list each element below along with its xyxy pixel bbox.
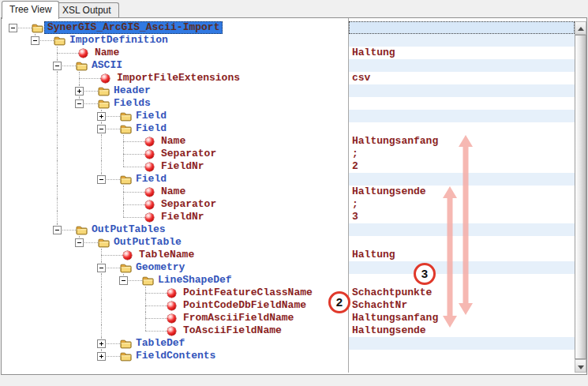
tree-row[interactable]: Name (2, 186, 348, 198)
value-cell-empty[interactable] (349, 122, 575, 135)
expand-toggle-minus[interactable] (75, 99, 84, 108)
value-cell[interactable]: Haltung (349, 249, 575, 261)
scrollbar-thumb[interactable] (575, 35, 586, 359)
tree-row[interactable]: LineShapeDef (2, 274, 348, 287)
tree-row[interactable]: FieldNr (2, 160, 348, 173)
tree-node-label[interactable]: Field (136, 174, 167, 185)
tree-row[interactable]: Field (2, 122, 348, 135)
tree-row[interactable]: Separator (2, 148, 348, 160)
tree-row[interactable]: FieldContents (2, 350, 348, 362)
value-cell[interactable]: Haltung (349, 47, 575, 59)
tree-row[interactable]: Geometry (2, 261, 348, 274)
value-cell-empty[interactable] (349, 261, 575, 274)
value-cell-empty[interactable] (349, 84, 575, 97)
tree-node-label[interactable]: TableName (139, 249, 194, 260)
tree-node-label[interactable]: ImportDefinition (69, 35, 168, 46)
expand-toggle-minus[interactable] (31, 36, 39, 45)
value-cell[interactable]: ; (349, 198, 575, 211)
expand-toggle-minus[interactable] (97, 175, 106, 184)
expand-toggle-minus[interactable] (75, 238, 84, 247)
tree-row[interactable]: ImportDefinition (2, 34, 348, 47)
tree-node-label[interactable]: LineShapeDef (158, 275, 232, 286)
tree-row[interactable]: Fields (2, 97, 348, 110)
tree-node-label[interactable]: ToAsciiFieldName (183, 325, 282, 336)
value-cell[interactable]: csv (349, 72, 575, 84)
tab-tree-view[interactable]: Tree View (2, 1, 59, 19)
tree-node-label[interactable]: ASCII (92, 60, 122, 71)
expand-toggle-minus[interactable] (9, 24, 17, 32)
value-cell-empty[interactable] (349, 21, 575, 34)
value-cell[interactable]: Schachtpunkte (349, 287, 575, 299)
value-cell[interactable]: Haltungsende (349, 324, 575, 337)
tree-row[interactable]: OutPutTables (2, 223, 348, 236)
expand-toggle-minus[interactable] (97, 125, 106, 133)
expand-toggle-plus[interactable] (97, 339, 106, 348)
value-cell[interactable]: ; (349, 148, 575, 160)
tree-node-label[interactable]: FromAsciiFieldName (183, 313, 294, 324)
expand-toggle-minus[interactable] (53, 226, 62, 234)
tree-node-label[interactable]: Field (136, 123, 167, 134)
tree-row[interactable]: Separator (2, 198, 348, 211)
tree-node-label[interactable]: TableDef (136, 338, 185, 349)
expand-toggle-plus[interactable] (97, 112, 106, 121)
tree-node-label[interactable]: SynerGIS_ArcGIS_Ascii-Import (44, 21, 223, 34)
tree-row[interactable]: Header (2, 84, 348, 97)
tree-row[interactable]: Name (2, 135, 348, 148)
value-cell-empty[interactable] (349, 350, 575, 362)
tree-row[interactable]: PointFeatureClassName (2, 287, 348, 299)
tree-row[interactable]: ToAsciiFieldName (2, 324, 348, 337)
value-cell-empty[interactable] (349, 274, 575, 287)
tree-row[interactable]: PointCodeDbFieldName (2, 299, 348, 312)
scroll-down-button[interactable] (575, 359, 586, 373)
value-cell[interactable]: 2 (349, 160, 575, 173)
tree-node-label[interactable]: Name (95, 47, 119, 58)
expand-toggle-plus[interactable] (97, 352, 106, 361)
value-cell-empty[interactable] (349, 34, 575, 47)
expand-toggle-minus[interactable] (53, 62, 62, 70)
tree-row[interactable]: TableDef (2, 337, 348, 350)
tree-node-label[interactable]: ImportFileExtensions (117, 73, 240, 84)
tree-node-label[interactable]: PointFeatureClassName (183, 287, 313, 298)
tree-row[interactable]: Field (2, 110, 348, 122)
vertical-scrollbar[interactable] (575, 21, 586, 373)
scroll-up-button[interactable] (575, 21, 586, 35)
value-cell[interactable]: Haltungsende (349, 186, 575, 198)
expand-toggle-plus[interactable] (75, 87, 84, 96)
tree-node-label[interactable]: Header (114, 85, 151, 96)
tree-node-label[interactable]: Name (161, 136, 185, 147)
value-cell-empty[interactable] (349, 223, 575, 236)
tab-xsl-output[interactable]: XSL Output (54, 2, 119, 18)
expand-toggle-minus[interactable] (119, 276, 128, 285)
tree-row[interactable]: Field (2, 173, 348, 186)
tree-row[interactable]: FromAsciiFieldName (2, 312, 348, 324)
tree-row[interactable]: OutPutTable (2, 236, 348, 249)
tree-node-label[interactable]: OutPutTables (92, 224, 166, 235)
value-cell-empty[interactable] (349, 173, 575, 186)
tree-row[interactable]: SynerGIS_ArcGIS_Ascii-Import (2, 21, 348, 34)
tree-row[interactable]: FieldNr (2, 211, 348, 223)
tree-node-label[interactable]: FieldNr (161, 212, 204, 223)
value-cell[interactable]: Haltungsanfang (349, 135, 575, 148)
tree-row[interactable]: TableName (2, 249, 348, 261)
tree-node-label[interactable]: Separator (161, 199, 216, 210)
tree-node-label[interactable]: Field (136, 111, 167, 122)
value-cell[interactable]: Haltungsanfang (349, 312, 575, 324)
value-cell-empty[interactable] (349, 97, 575, 110)
value-cell-empty[interactable] (349, 236, 575, 249)
tree-node-label[interactable]: Name (161, 186, 185, 197)
value-cell[interactable]: SchachtNr (349, 299, 575, 312)
value-cell-empty[interactable] (349, 59, 575, 72)
tree-row[interactable]: Name (2, 47, 348, 59)
tree-node-label[interactable]: OutPutTable (114, 237, 182, 248)
tree-row[interactable]: ImportFileExtensions (2, 72, 348, 84)
value-cell[interactable]: 3 (349, 211, 575, 223)
tree-node-label[interactable]: FieldNr (161, 161, 204, 172)
tree-node-label[interactable]: Fields (114, 98, 151, 109)
tree-node-label[interactable]: PointCodeDbFieldName (183, 300, 306, 311)
value-cell-empty[interactable] (349, 337, 575, 350)
tree-node-label[interactable]: FieldContents (136, 350, 215, 362)
value-cell-empty[interactable] (349, 110, 575, 122)
tree-node-label[interactable]: Separator (161, 148, 216, 159)
expand-toggle-minus[interactable] (97, 264, 106, 272)
tree-row[interactable]: ASCII (2, 59, 348, 72)
